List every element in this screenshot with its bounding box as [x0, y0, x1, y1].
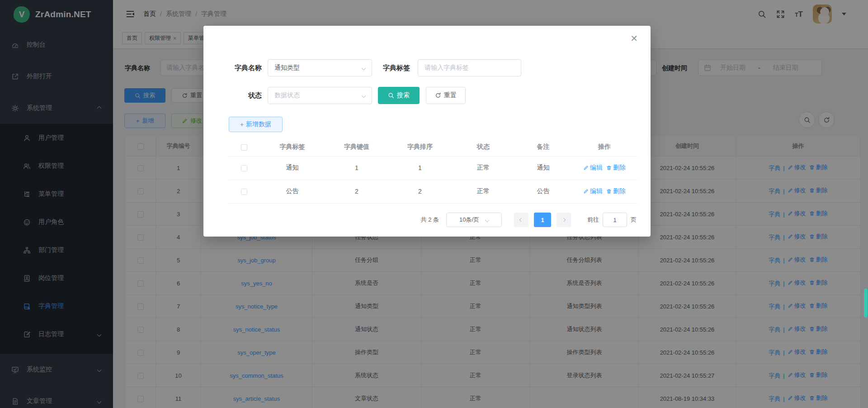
modal-pagination: 共 2 条 10条/页 1 前往 1 页: [421, 213, 637, 227]
trash-icon: [606, 165, 612, 171]
modal-status-select[interactable]: 数据状态: [268, 87, 372, 104]
refresh-icon: [435, 92, 441, 99]
column-header: 备注: [515, 138, 571, 156]
column-header: 字典标签: [259, 138, 325, 156]
status-cell: 正常: [452, 156, 515, 180]
column-header: 字典排序: [388, 138, 452, 156]
column-header: 字典键值: [325, 138, 388, 156]
modal-search-button[interactable]: 搜索: [378, 87, 420, 104]
modal-dict-label-label: 字典标签: [369, 59, 410, 76]
dict-label-cell: 通知: [259, 156, 325, 180]
checkbox[interactable]: [241, 189, 247, 195]
column-header: 操作: [571, 138, 637, 156]
select-all-header: [229, 138, 259, 156]
column-header: 状态: [452, 138, 515, 156]
modal-reset-button[interactable]: 重置: [426, 87, 466, 104]
checkbox[interactable]: [241, 144, 247, 151]
modal-dict-name-select[interactable]: 通知类型: [268, 59, 372, 76]
delete-link-label: 删除: [613, 164, 626, 172]
pagination-total: 共 2 条: [421, 216, 439, 224]
modal-table-row: 通知11正常通知编辑 删除: [229, 156, 637, 180]
goto-page-input[interactable]: 1: [603, 213, 627, 227]
dict-sort-cell: 2: [388, 180, 452, 203]
modal-reset-label: 重置: [444, 91, 457, 100]
page-unit-label: 页: [631, 216, 637, 224]
dict-data-modal: ✕ 字典名称 通知类型 字典标签 请输入字典标签 状态 数据状态 搜索 重置 +…: [203, 26, 651, 237]
pencil-icon: [583, 165, 589, 171]
trash-icon: [606, 189, 612, 194]
edit-link-label: 编辑: [590, 187, 603, 195]
search-icon: [388, 92, 394, 99]
chevron-right-icon: [562, 218, 566, 222]
remark-cell: 公告: [515, 180, 571, 203]
dict-label-cell: 公告: [259, 180, 325, 203]
ops-spacer: [603, 188, 606, 195]
modal-dict-label-input[interactable]: 请输入字典标签: [418, 59, 521, 76]
dict-value-cell: 1: [325, 156, 388, 180]
prev-page-button[interactable]: [514, 213, 528, 227]
app: V ZrAdmin.NET 控制台外部打开系统管理用户管理权限管理菜单管理用户角…: [0, 0, 868, 408]
goto-label: 前往: [587, 216, 599, 224]
edit-link[interactable]: 编辑: [583, 164, 603, 172]
dict-sort-cell: 1: [388, 156, 452, 180]
modal-status-label: 状态: [221, 87, 262, 104]
dict-value-cell: 2: [325, 180, 388, 203]
close-icon[interactable]: ✕: [630, 34, 638, 43]
chevron-down-icon: [362, 93, 366, 98]
chevron-down-icon: [485, 218, 490, 222]
edit-link[interactable]: 编辑: [583, 187, 603, 195]
modal-dict-name-label: 字典名称: [221, 59, 262, 76]
edit-link-label: 编辑: [590, 164, 603, 172]
chevron-left-icon: [519, 218, 523, 222]
scrollbar-thumb[interactable]: [864, 289, 868, 318]
ops-cell: 编辑 删除: [571, 180, 637, 203]
delete-link-label: 删除: [613, 187, 626, 195]
checkbox[interactable]: [241, 165, 247, 171]
chevron-down-icon: [362, 66, 366, 70]
modal-table-row: 公告22正常公告编辑 删除: [229, 180, 637, 203]
select-cell: [229, 180, 259, 203]
status-cell: 正常: [452, 180, 515, 203]
ops-cell: 编辑 删除: [571, 156, 637, 180]
modal-add-data-button[interactable]: + 新增数据: [229, 117, 283, 132]
modal-dict-label-placeholder: 请输入字典标签: [425, 64, 469, 72]
modal-dict-data-table: 字典标签字典键值字典排序状态备注操作通知11正常通知编辑 删除公告22正常公告编…: [229, 138, 637, 204]
select-cell: [229, 156, 259, 180]
page-size-value: 10条/页: [459, 216, 479, 224]
ops-spacer: [603, 165, 606, 172]
modal-table-header-row: 字典标签字典键值字典排序状态备注操作: [229, 138, 637, 156]
next-page-button[interactable]: [557, 213, 571, 227]
modal-search-label: 搜索: [397, 91, 410, 100]
page-size-select[interactable]: 10条/页: [446, 213, 502, 227]
modal-dict-name-value: 通知类型: [274, 64, 300, 72]
modal-add-data-label: 新增数据: [246, 120, 271, 128]
plus-icon: +: [240, 121, 244, 128]
delete-link[interactable]: 删除: [606, 164, 626, 172]
page-1-button[interactable]: 1: [534, 213, 551, 227]
delete-link[interactable]: 删除: [606, 187, 626, 195]
remark-cell: 通知: [515, 156, 571, 180]
modal-table-wrap: 字典标签字典键值字典排序状态备注操作通知11正常通知编辑 删除公告22正常公告编…: [229, 138, 637, 204]
modal-status-placeholder: 数据状态: [274, 91, 300, 100]
pencil-icon: [583, 189, 589, 194]
